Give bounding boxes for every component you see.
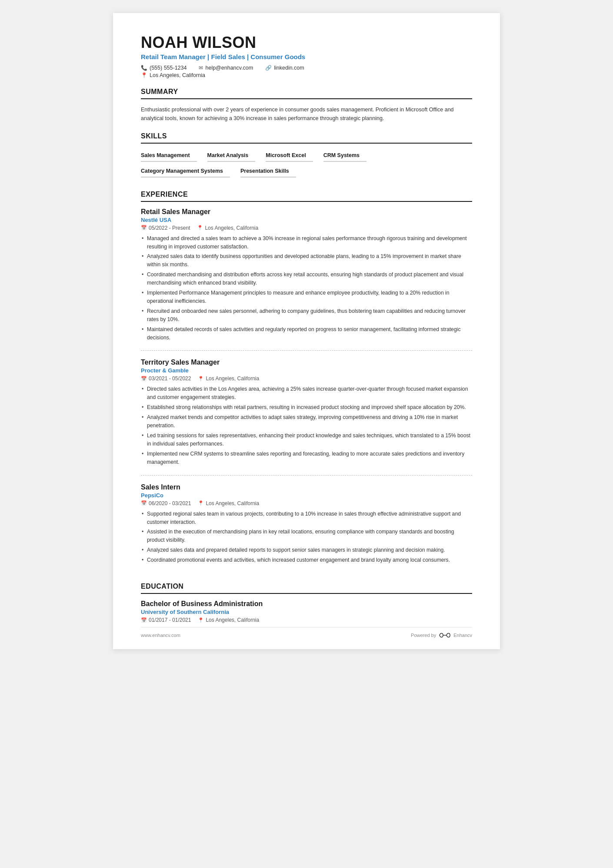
calendar-icon: 📅 — [141, 617, 147, 623]
edu-meta: 📅 01/2017 - 01/2021 📍 Los Angeles, Calif… — [141, 617, 472, 623]
calendar-icon: 📅 — [141, 500, 147, 506]
location-text: Los Angeles, California — [150, 72, 205, 78]
company-name: PepsiCo — [141, 492, 472, 499]
bullet-list: Managed and directed a sales team to ach… — [141, 235, 472, 342]
job-title: Territory Sales Manager — [141, 359, 472, 366]
phone-number: (555) 555-1234 — [150, 65, 187, 71]
list-item: Led training sessions for sales represen… — [141, 432, 472, 448]
skills-title: SKILLS — [141, 132, 472, 144]
job-location: Los Angeles, California — [206, 500, 259, 506]
enhancv-branding: Powered by Enhancv — [411, 632, 472, 639]
job-block: Territory Sales ManagerProcter & Gamble … — [141, 359, 472, 475]
skills-section: SKILLS Sales ManagementMarket AnalysisMi… — [141, 132, 472, 181]
job-meta: 📅 05/2022 - Present 📍 Los Angeles, Calif… — [141, 225, 472, 231]
pin-icon: 📍 — [197, 225, 203, 231]
list-item: Analyzed market trends and competitor ac… — [141, 413, 472, 430]
job-location-item: 📍 Los Angeles, California — [198, 500, 259, 506]
list-item: Coordinated promotional events and activ… — [141, 556, 472, 564]
powered-by-text: Powered by — [411, 633, 436, 638]
job-block: Retail Sales ManagerNestlé USA 📅 05/2022… — [141, 208, 472, 351]
job-dates: 03/2021 - 05/2022 — [149, 375, 191, 382]
job-dates: 05/2022 - Present — [149, 225, 190, 231]
job-location: Los Angeles, California — [205, 225, 258, 231]
education-title: EDUCATION — [141, 583, 472, 594]
skill-item: Presentation Skills — [240, 165, 296, 178]
list-item: Maintained detailed records of sales act… — [141, 325, 472, 342]
summary-section: SUMMARY Enthusiastic professional with o… — [141, 88, 472, 123]
candidate-name: NOAH WILSON — [141, 34, 472, 51]
location-icon: 📍 — [141, 72, 147, 78]
phone-contact: 📞 (555) 555-1234 — [141, 65, 187, 71]
pin-icon: 📍 — [198, 500, 204, 506]
edu-school: University of Southern California — [141, 609, 472, 615]
skill-item: Market Analysis — [207, 150, 256, 162]
job-title: Retail Sales Manager — [141, 208, 472, 216]
bullet-list: Supported regional sales team in various… — [141, 510, 472, 564]
list-item: Implemented Performance Management princ… — [141, 289, 472, 305]
company-name: Nestlé USA — [141, 217, 472, 223]
skill-item: Sales Management — [141, 150, 197, 162]
page-footer: www.enhancv.com Powered by Enhancv — [141, 627, 472, 639]
list-item: Directed sales activities in the Los Ang… — [141, 385, 472, 402]
pin-icon: 📍 — [198, 617, 204, 623]
list-item: Supported regional sales team in various… — [141, 510, 472, 526]
resume-page: NOAH WILSON Retail Team Manager | Field … — [113, 13, 500, 649]
job-dates: 06/2020 - 03/2021 — [149, 500, 191, 506]
linkedin-contact: 🔗 linkedin.com — [265, 65, 304, 71]
list-item: Analyzed sales data to identify business… — [141, 252, 472, 269]
job-dates-item: 📅 05/2022 - Present — [141, 225, 190, 231]
bullet-list: Directed sales activities in the Los Ang… — [141, 385, 472, 466]
experience-title: EXPERIENCE — [141, 191, 472, 202]
edu-location-item: 📍 Los Angeles, California — [198, 617, 259, 623]
header: NOAH WILSON Retail Team Manager | Field … — [141, 34, 472, 78]
experience-section: EXPERIENCE Retail Sales ManagerNestlé US… — [141, 191, 472, 573]
job-meta: 📅 06/2020 - 03/2021 📍 Los Angeles, Calif… — [141, 500, 472, 506]
skills-grid: Sales ManagementMarket AnalysisMicrosoft… — [141, 150, 472, 181]
job-meta: 📅 03/2021 - 05/2022 📍 Los Angeles, Calif… — [141, 375, 472, 382]
enhancv-icon — [439, 632, 451, 639]
summary-text: Enthusiastic professional with over 2 ye… — [141, 105, 472, 123]
calendar-icon: 📅 — [141, 376, 147, 382]
candidate-title: Retail Team Manager | Field Sales | Cons… — [141, 53, 472, 60]
education-block: Bachelor of Business Administration Univ… — [141, 600, 472, 623]
list-item: Recruited and onboarded new sales person… — [141, 307, 472, 324]
edu-degree: Bachelor of Business Administration — [141, 600, 472, 608]
email-address: help@enhancv.com — [205, 65, 253, 71]
link-icon: 🔗 — [265, 65, 272, 71]
list-item: Coordinated merchandising and distributi… — [141, 271, 472, 287]
location-row: 📍 Los Angeles, California — [141, 72, 472, 78]
phone-icon: 📞 — [141, 65, 147, 71]
list-item: Managed and directed a sales team to ach… — [141, 235, 472, 251]
email-icon: ✉ — [199, 65, 203, 71]
skill-item: Microsoft Excel — [266, 150, 313, 162]
linkedin-url: linkedin.com — [274, 65, 304, 71]
footer-website: www.enhancv.com — [141, 633, 180, 638]
contact-row-1: 📞 (555) 555-1234 ✉ help@enhancv.com 🔗 li… — [141, 65, 472, 71]
email-contact: ✉ help@enhancv.com — [199, 65, 253, 71]
calendar-icon: 📅 — [141, 225, 147, 231]
pin-icon: 📍 — [198, 376, 204, 382]
list-item: Established strong relationships with re… — [141, 403, 472, 412]
job-location: Los Angeles, California — [206, 375, 259, 382]
list-item: Implemented new CRM systems to streamlin… — [141, 450, 472, 466]
job-location-item: 📍 Los Angeles, California — [197, 225, 258, 231]
company-name: Procter & Gamble — [141, 367, 472, 374]
summary-title: SUMMARY — [141, 88, 472, 99]
job-title: Sales Intern — [141, 483, 472, 491]
list-item: Assisted in the execution of merchandisi… — [141, 528, 472, 544]
job-dates-item: 📅 06/2020 - 03/2021 — [141, 500, 191, 506]
education-section: EDUCATION Bachelor of Business Administr… — [141, 583, 472, 623]
edu-dates: 01/2017 - 01/2021 — [149, 617, 191, 623]
edu-location: Los Angeles, California — [206, 617, 259, 623]
job-block: Sales InternPepsiCo 📅 06/2020 - 03/2021 … — [141, 483, 472, 573]
jobs-container: Retail Sales ManagerNestlé USA 📅 05/2022… — [141, 208, 472, 573]
job-dates-item: 📅 03/2021 - 05/2022 — [141, 375, 191, 382]
job-location-item: 📍 Los Angeles, California — [198, 375, 259, 382]
skill-item: Category Management Systems — [141, 165, 230, 178]
edu-dates-item: 📅 01/2017 - 01/2021 — [141, 617, 191, 623]
list-item: Analyzed sales data and prepared detaile… — [141, 546, 472, 554]
brand-name: Enhancv — [453, 633, 472, 638]
skill-item: CRM Systems — [323, 150, 366, 162]
